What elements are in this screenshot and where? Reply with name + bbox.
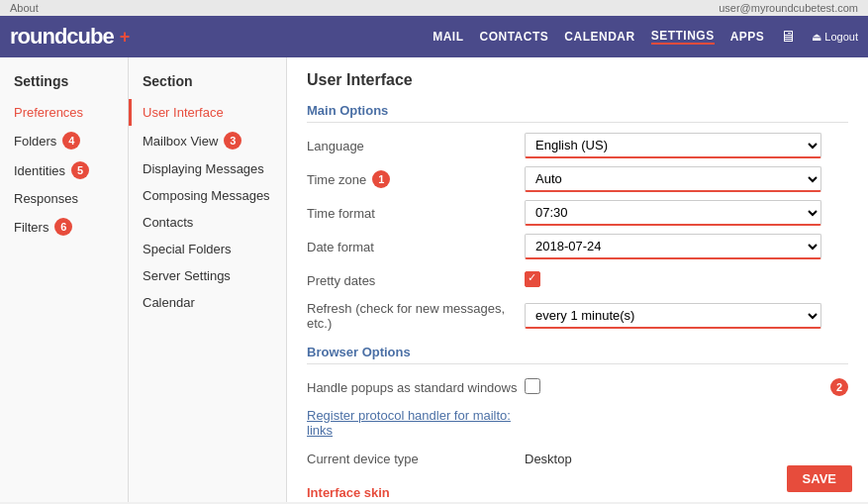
language-row: Language English (US) <box>307 133 848 158</box>
refresh-control: every 1 minute(s) <box>525 303 821 329</box>
sidebar-label-filters: Filters <box>14 220 48 235</box>
filters-badge: 6 <box>54 218 72 236</box>
section-label-special-folders: Special Folders <box>143 242 232 256</box>
content-area: User Interface Main Options Language Eng… <box>287 57 868 502</box>
popups-label: Handle popups as standard windows <box>307 380 525 395</box>
sidebar-label-folders: Folders <box>14 134 56 149</box>
section-item-special-folders[interactable]: Special Folders <box>129 236 286 262</box>
section-label-server-settings: Server Settings <box>143 268 231 283</box>
popups-control <box>525 378 771 397</box>
popups-checkbox[interactable] <box>525 378 540 394</box>
logout-button[interactable]: ⏏ Logout <box>812 31 858 44</box>
nav-mail[interactable]: MAIL <box>433 30 463 44</box>
section-item-mailbox-view[interactable]: Mailbox View 3 <box>129 126 286 155</box>
dateformat-label: Date format <box>307 240 525 254</box>
dateformat-control: 2018-07-24 <box>525 234 821 259</box>
folders-badge: 4 <box>62 132 80 150</box>
device-type-label: Current device type <box>307 452 525 466</box>
interface-skin-header: Interface skin <box>307 485 848 502</box>
language-select[interactable]: English (US) <box>525 133 821 158</box>
section-item-contacts[interactable]: Contacts <box>129 209 286 236</box>
monitor-icon[interactable]: 🖥 <box>780 28 796 46</box>
save-button[interactable]: SAVE <box>787 465 852 492</box>
sidebar-item-preferences[interactable]: Preferences <box>0 99 128 126</box>
pretty-dates-label: Pretty dates <box>307 273 525 288</box>
logout-label: Logout <box>824 31 858 43</box>
timeformat-label: Time format <box>307 206 525 221</box>
language-control: English (US) <box>525 133 821 158</box>
topbar: roundcube+ MAIL CONTACTS CALENDAR SETTIN… <box>0 16 868 57</box>
main-container: Settings Preferences Folders 4 Identitie… <box>0 57 868 502</box>
refresh-row: Refresh (check for new messages, etc.) e… <box>307 301 848 331</box>
nav-settings[interactable]: SETTINGS <box>651 29 715 45</box>
timezone-badge: 1 <box>372 170 390 188</box>
section-label-mailbox-view: Mailbox View <box>143 134 218 149</box>
content-title: User Interface <box>307 71 848 89</box>
pretty-dates-row: Pretty dates <box>307 267 848 293</box>
logout-icon: ⏏ <box>812 31 821 44</box>
timezone-select[interactable]: Auto <box>525 166 821 192</box>
section-panel: Section User Interface Mailbox View 3 Di… <box>129 57 287 502</box>
logo-text: roundcube <box>10 24 114 50</box>
protocol-row: Register protocol handler for mailto: li… <box>307 408 848 438</box>
sidebar-title: Settings <box>0 67 128 99</box>
register-protocol-link[interactable]: Register protocol handler for mailto: li… <box>307 408 511 438</box>
section-label-contacts: Contacts <box>143 215 193 230</box>
main-options-header: Main Options <box>307 103 848 123</box>
sidebar-label-responses: Responses <box>14 191 78 206</box>
popups-row: Handle popups as standard windows 2 <box>307 374 848 400</box>
timezone-label: Time zone 1 <box>307 170 525 188</box>
nav-apps[interactable]: APPS <box>730 30 765 44</box>
section-item-calendar[interactable]: Calendar <box>129 289 286 316</box>
about-bar: About user@myroundcubetest.com <box>0 0 868 16</box>
section-label-displaying: Displaying Messages <box>143 161 264 176</box>
device-type-row: Current device type Desktop <box>307 446 848 471</box>
section-item-user-interface[interactable]: User Interface <box>129 99 286 126</box>
pretty-dates-control <box>525 271 821 290</box>
timeformat-select[interactable]: 07:30 <box>525 200 821 226</box>
sidebar-label-identities: Identities <box>14 163 65 178</box>
browser-badge: 2 <box>830 378 848 396</box>
sidebar-label-preferences: Preferences <box>14 105 83 120</box>
browser-options-header: Browser Options <box>307 345 848 364</box>
sidebar: Settings Preferences Folders 4 Identitie… <box>0 57 129 502</box>
refresh-label: Refresh (check for new messages, etc.) <box>307 301 525 331</box>
about-link[interactable]: About <box>10 2 39 14</box>
protocol-label: Register protocol handler for mailto: li… <box>307 408 525 438</box>
nav-calendar[interactable]: CALENDAR <box>564 30 634 44</box>
timeformat-row: Time format 07:30 <box>307 200 848 226</box>
dateformat-select[interactable]: 2018-07-24 <box>525 234 821 259</box>
nav-contacts[interactable]: CONTACTS <box>480 30 549 44</box>
language-label: Language <box>307 139 525 153</box>
device-type-value: Desktop <box>525 452 572 466</box>
timeformat-control: 07:30 <box>525 200 821 226</box>
section-label-user-interface: User Interface <box>143 105 224 120</box>
section-item-server-settings[interactable]: Server Settings <box>129 262 286 289</box>
sidebar-item-identities[interactable]: Identities 5 <box>0 155 128 185</box>
section-item-displaying-messages[interactable]: Displaying Messages <box>129 155 286 182</box>
logo-area: roundcube+ <box>10 24 130 50</box>
sidebar-item-folders[interactable]: Folders 4 <box>0 126 128 155</box>
section-title: Section <box>129 67 286 99</box>
dateformat-row: Date format 2018-07-24 <box>307 234 848 259</box>
refresh-select[interactable]: every 1 minute(s) <box>525 303 821 329</box>
user-email: user@myroundcubetest.com <box>719 2 858 14</box>
sidebar-item-responses[interactable]: Responses <box>0 185 128 212</box>
section-label-calendar: Calendar <box>143 295 195 310</box>
section-item-composing-messages[interactable]: Composing Messages <box>129 182 286 209</box>
logo-plus: + <box>120 27 131 48</box>
timezone-row: Time zone 1 Auto <box>307 166 848 192</box>
pretty-dates-checkbox[interactable] <box>525 271 540 287</box>
timezone-control: Auto <box>525 166 821 192</box>
identities-badge: 5 <box>71 161 89 179</box>
mailbox-badge: 3 <box>224 132 241 150</box>
sidebar-item-filters[interactable]: Filters 6 <box>0 212 128 242</box>
section-label-composing: Composing Messages <box>143 188 270 203</box>
topbar-nav: MAIL CONTACTS CALENDAR SETTINGS APPS 🖥 ⏏… <box>433 28 858 46</box>
